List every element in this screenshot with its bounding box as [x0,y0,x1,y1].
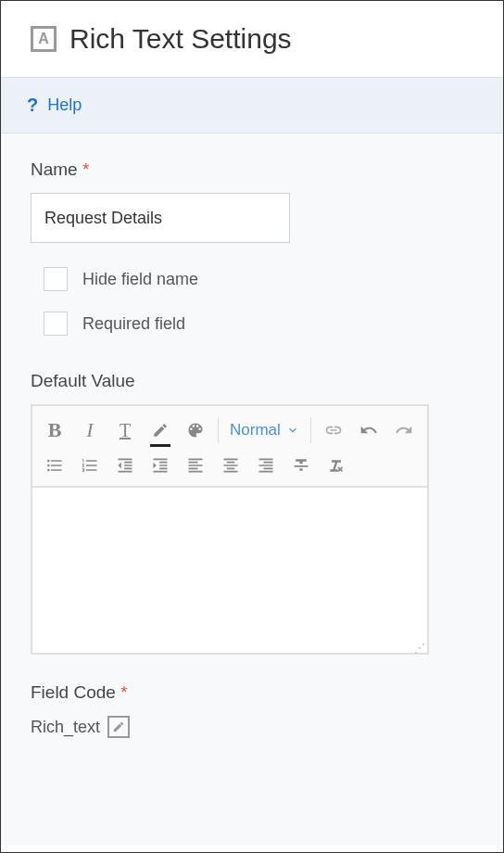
toolbar-separator [310,417,311,443]
palette-button[interactable] [181,415,210,445]
link-button[interactable] [319,415,348,445]
header: A Rich Text Settings [1,1,503,77]
bullet-list-button[interactable] [40,451,69,480]
help-icon: ? [27,95,38,116]
field-code-label: Field Code * [31,682,473,703]
edit-field-code-button[interactable] [107,716,130,738]
strikethrough-button[interactable] [286,451,316,480]
italic-button[interactable]: I [75,415,105,445]
align-right-button[interactable] [251,451,281,480]
resize-handle-icon[interactable]: ⋰ [414,645,425,651]
bold-button[interactable]: B [40,415,69,445]
chevron-down-icon [286,424,299,437]
field-code-row: Rich_text [31,716,473,738]
content-area: Name * Hide field name Required field De… [1,134,503,846]
clear-format-button[interactable] [321,451,351,480]
redo-button[interactable] [389,415,419,445]
required-asterisk: * [82,159,89,179]
numbered-list-button[interactable] [75,451,105,480]
text-color-button[interactable] [145,415,175,445]
required-field-checkbox[interactable] [44,312,68,336]
required-asterisk: * [120,682,127,702]
required-field-row: Required field [44,312,473,336]
name-input[interactable] [31,193,290,243]
field-code-value: Rich_text [31,718,100,737]
align-center-button[interactable] [216,451,246,480]
name-label: Name * [31,159,473,180]
hide-field-name-checkbox[interactable] [44,267,68,291]
rich-text-icon: A [31,26,57,52]
help-bar[interactable]: ? Help [1,77,503,134]
outdent-button[interactable] [110,451,140,480]
underline-button[interactable]: T [110,415,140,445]
editor-textarea[interactable]: ⋰ [31,488,429,655]
editor-toolbar: B I T Normal [31,404,429,488]
page-title: Rich Text Settings [69,23,292,55]
default-value-label: Default Value [31,371,473,391]
required-field-label: Required field [82,314,185,334]
indent-button[interactable] [145,451,175,480]
undo-button[interactable] [354,415,384,445]
hide-field-name-row: Hide field name [44,267,473,291]
hide-field-name-label: Hide field name [82,270,198,289]
toolbar-separator [218,417,219,443]
help-label: Help [47,95,82,115]
align-left-button[interactable] [181,451,210,480]
font-size-dropdown[interactable]: Normal [226,415,303,445]
